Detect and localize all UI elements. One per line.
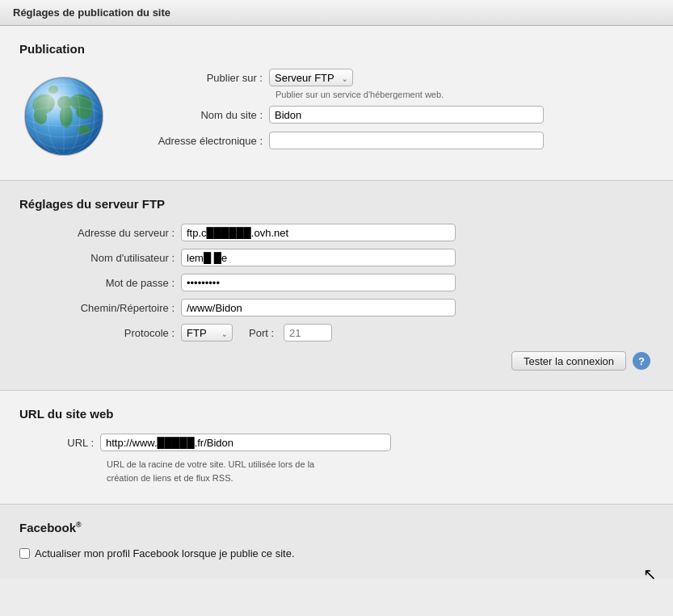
facebook-superscript: ® (76, 521, 82, 529)
facebook-section: Facebook® Actualiser mon profil Facebook… (0, 505, 673, 579)
site-name-label: Nom du site : (128, 109, 269, 121)
publish-on-label: Publier sur : (128, 72, 269, 84)
publication-content: Publier sur : Serveur FTP MobileMe iWeb … (19, 69, 654, 161)
path-row: Chemin/Répertoire : (19, 299, 654, 316)
protocol-row: Protocole : FTP SFTP FTPS Port : (19, 324, 654, 342)
server-address-label: Adresse du serveur : (19, 227, 181, 239)
test-connection-row: Tester la connexion ? (19, 351, 654, 371)
publication-section: Publication (0, 26, 673, 181)
facebook-checkbox-label: Actualiser mon profil Facebook lorsque j… (35, 547, 295, 559)
server-address-input[interactable] (181, 224, 456, 241)
port-label: Port : (249, 327, 274, 339)
email-input[interactable] (269, 132, 544, 149)
url-section-title: URL du site web (19, 407, 654, 421)
facebook-content: Actualiser mon profil Facebook lorsque j… (19, 547, 654, 559)
protocol-port-row: FTP SFTP FTPS Port : (181, 324, 332, 342)
password-label: Mot de passe : (19, 277, 181, 289)
path-input[interactable] (181, 299, 456, 316)
password-row: Mot de passe : (19, 274, 654, 291)
help-button[interactable]: ? (633, 352, 650, 370)
window-title: Réglages de publication du site (13, 6, 170, 19)
facebook-checkbox[interactable] (19, 548, 30, 559)
port-input[interactable] (284, 324, 332, 342)
url-label: URL : (19, 437, 100, 449)
url-input[interactable] (100, 434, 391, 451)
facebook-section-title: Facebook® (19, 521, 654, 534)
password-input[interactable] (181, 274, 456, 291)
url-hint-line2: création de liens et de flux RSS. (107, 473, 233, 483)
protocol-label: Protocole : (19, 327, 181, 339)
username-label: Nom d'utilisateur : (19, 252, 181, 264)
email-row: Adresse électronique : (128, 132, 654, 149)
url-section: URL du site web URL : URL de la racine d… (0, 391, 673, 505)
ftp-section-title: Réglages du serveur FTP (19, 197, 654, 211)
publication-form: Publier sur : Serveur FTP MobileMe iWeb … (128, 69, 654, 157)
url-hint-line1: URL de la racine de votre site. URL util… (107, 459, 314, 469)
site-name-row: Nom du site : (128, 106, 654, 124)
email-label: Adresse électronique : (128, 135, 269, 147)
publish-on-select-wrapper[interactable]: Serveur FTP MobileMe iWeb (269, 69, 353, 86)
server-address-row: Adresse du serveur : (19, 224, 654, 241)
site-name-input[interactable] (269, 106, 544, 124)
publish-on-select[interactable]: Serveur FTP MobileMe iWeb (269, 69, 353, 86)
window-title-bar: Réglages de publication du site (0, 0, 673, 26)
globe-icon (19, 72, 108, 161)
publication-section-title: Publication (19, 42, 654, 56)
protocol-select-wrapper[interactable]: FTP SFTP FTPS (181, 324, 233, 342)
url-hint: URL de la racine de votre site. URL util… (107, 458, 414, 484)
url-row: URL : (19, 434, 654, 451)
path-label: Chemin/Répertoire : (19, 302, 181, 314)
publish-hint: Publier sur un service d'hébergement web… (276, 90, 654, 99)
test-connection-button[interactable]: Tester la connexion (511, 351, 626, 371)
publish-on-row: Publier sur : Serveur FTP MobileMe iWeb (128, 69, 654, 86)
username-row: Nom d'utilisateur : (19, 249, 654, 266)
protocol-select[interactable]: FTP SFTP FTPS (181, 324, 233, 342)
ftp-section: Réglages du serveur FTP Adresse du serve… (0, 181, 673, 391)
username-input[interactable] (181, 249, 456, 266)
